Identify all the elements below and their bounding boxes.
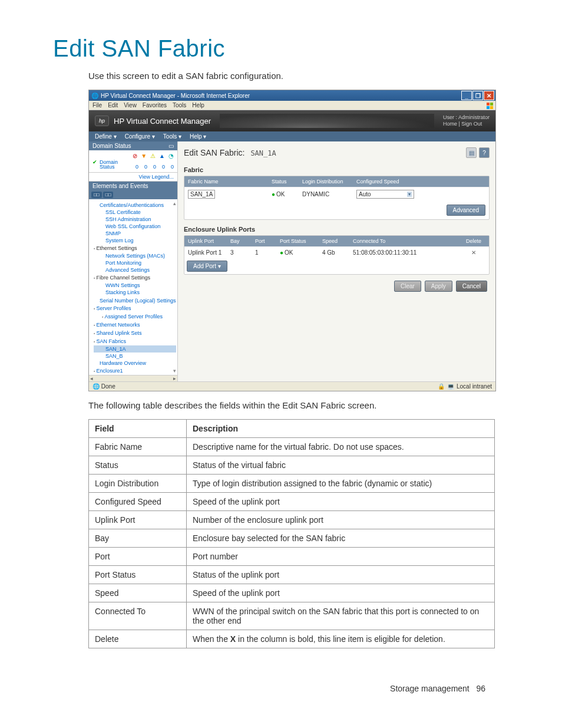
content-pane: Edit SAN Fabric: SAN_1A ▤ ? Fabric Fabri… (178, 141, 495, 381)
tree-item[interactable]: SSH Administration (94, 216, 176, 223)
table-row: BayEnclosure bay selected for the SAN fa… (89, 529, 495, 548)
tree-item[interactable]: Advanced Settings (94, 266, 176, 274)
help-icon[interactable]: ? (479, 147, 490, 158)
intro-text: Use this screen to edit a SAN fabric con… (88, 71, 527, 81)
table-row: Connected ToWWN of the principal switch … (89, 602, 495, 630)
menu-tools[interactable]: Tools (173, 102, 186, 108)
tree-item[interactable]: Stacking Links (94, 289, 176, 296)
col-login-dist: Login Distribution (299, 176, 353, 187)
tree-item[interactable]: Shared Uplink Sets (94, 329, 176, 337)
domain-status-header: Domain Status ▭ (89, 141, 177, 150)
header-links[interactable]: Home | Sign Out (443, 121, 490, 127)
tree-item[interactable]: SSL Certificate (94, 209, 176, 216)
tree-item[interactable]: Serial Number (Logical) Settings (94, 297, 176, 304)
advanced-button[interactable]: Advanced (447, 205, 485, 216)
browser-statusbar: 🌐 Done 🔒💻Local intranet (89, 381, 495, 391)
user-label: User : Administrator (443, 114, 490, 121)
table-row: Port StatusStatus of the uplink port (89, 566, 495, 584)
table-row: Login DistributionType of login distribu… (89, 475, 495, 493)
menu-configure[interactable]: Configure ▾ (125, 133, 155, 140)
speed-value: Auto (359, 191, 371, 197)
error-icon: ⊘ (133, 153, 137, 159)
cell-field: Speed (89, 584, 187, 602)
ok-icon: ✔ (92, 159, 97, 165)
elements-events-header: Elements and Events (89, 182, 177, 190)
tree-item[interactable]: WWN Settings (94, 282, 176, 289)
menu-app-help[interactable]: Help ▾ (190, 133, 206, 140)
tree-item[interactable]: Server Profiles (94, 304, 176, 312)
unknown-icon: ◔ (168, 153, 174, 159)
menu-edit[interactable]: Edit (108, 102, 118, 108)
tree-item[interactable]: Assigned Server Profiles (94, 312, 176, 321)
header-decoration (220, 114, 434, 128)
tree-item[interactable]: Enclosure1 (94, 367, 176, 375)
nav-tree: ▴ Certificates/Authentications SSL Certi… (89, 199, 177, 375)
tree-item[interactable]: Hardware Overview (94, 360, 176, 367)
th-field: Field (89, 420, 187, 438)
maximize-button[interactable]: ❐ (472, 91, 483, 100)
uplink-speed: 4 Gb (319, 247, 349, 258)
fabric-section-label: Fabric (184, 166, 490, 173)
uplink-connected-to: 51:08:05:03:00:11:30:11 (349, 247, 458, 258)
tab-icon-2[interactable]: □□ (103, 192, 114, 198)
add-port-button[interactable]: Add Port ▾ (187, 261, 227, 272)
view-legend-link[interactable]: View Legend... (89, 173, 177, 182)
scroll-up-icon[interactable]: ▴ (173, 200, 176, 206)
uplink-port: 1 (252, 247, 276, 258)
tree-header[interactable]: Ethernet Settings (94, 244, 176, 252)
configured-speed-select[interactable]: Auto▾ (356, 190, 414, 199)
status-done: Done (101, 383, 115, 390)
tab-icon-1[interactable]: □□ (91, 192, 102, 198)
minimize-button[interactable]: _ (461, 91, 472, 100)
status-label: Status (100, 164, 115, 170)
cell-desc: Status of the uplink port (187, 566, 495, 584)
menu-favorites[interactable]: Favorites (143, 102, 167, 108)
menu-view[interactable]: View (124, 102, 137, 108)
menu-app-tools[interactable]: Tools ▾ (163, 133, 181, 140)
tree-item[interactable]: Certificates/Authentications (94, 202, 176, 209)
fabric-name-input[interactable]: SAN_1A (188, 190, 215, 199)
tree-item[interactable]: Network Settings (MACs) (94, 252, 176, 259)
menu-file[interactable]: File (92, 102, 102, 108)
tree-item[interactable]: SAN Fabrics (94, 337, 176, 345)
app-menubar: Define ▾ Configure ▾ Tools ▾ Help ▾ (89, 131, 495, 141)
cancel-button[interactable]: Cancel (456, 281, 487, 292)
tree-item[interactable]: SNMP (94, 230, 176, 237)
tree-item[interactable]: SAN_B (94, 353, 176, 360)
print-icon[interactable]: ▤ (466, 147, 477, 158)
horizontal-scrollbar[interactable]: ◂▸ (89, 375, 177, 381)
col-port: Port (252, 236, 276, 246)
fabric-status: OK (276, 191, 285, 197)
apply-button[interactable]: Apply (425, 281, 452, 292)
scroll-down-icon[interactable]: ▾ (173, 368, 176, 374)
tree-item[interactable]: Web SSL Configuration (94, 223, 176, 230)
delete-icon[interactable]: ✕ (458, 247, 489, 258)
tree-item[interactable]: Port Monitoring (94, 259, 176, 266)
footer-section: Storage management (390, 684, 470, 693)
menu-define[interactable]: Define ▾ (95, 133, 117, 140)
windows-flag-icon (486, 102, 493, 109)
table-row: Uplink PortNumber of the enclosure uplin… (89, 511, 495, 529)
table-intro: The following table describes the fields… (88, 400, 527, 410)
content-title-prefix: Edit SAN Fabric: (184, 148, 244, 157)
fabric-panel: Fabric Name Status Login Distribution Co… (184, 176, 490, 220)
fields-table: Field Description Fabric NameDescriptive… (88, 419, 495, 648)
col-delete: Delete (458, 236, 489, 246)
tree-item-selected[interactable]: SAN_1A (94, 345, 176, 353)
uplink-status: OK (285, 249, 293, 256)
count-2: 0 (153, 164, 156, 170)
col-speed: Speed (319, 236, 349, 246)
cell-field: Bay (89, 529, 187, 548)
count-3: 0 (162, 164, 165, 170)
clear-button[interactable]: Clear (394, 281, 421, 292)
menu-help[interactable]: Help (192, 102, 204, 108)
table-row: Configured SpeedSpeed of the uplink port (89, 493, 495, 511)
collapse-icon[interactable]: ▭ (168, 143, 174, 149)
tree-header[interactable]: Fibre Channel Settings (94, 274, 176, 282)
app-screenshot: 🌐 HP Virtual Connect Manager - Microsoft… (88, 90, 496, 391)
uplink-port-name: Uplink Port 1 (184, 247, 227, 258)
tree-item[interactable]: Ethernet Networks (94, 321, 176, 329)
table-row: SpeedSpeed of the uplink port (89, 584, 495, 602)
close-button[interactable]: ✕ (484, 91, 494, 100)
tree-item[interactable]: System Log (94, 237, 176, 244)
